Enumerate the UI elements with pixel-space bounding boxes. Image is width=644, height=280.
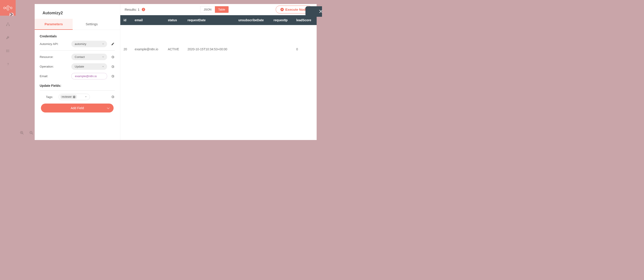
col-email: email [131, 15, 164, 25]
credentials-select[interactable]: automizy [71, 41, 107, 47]
view-switch: JSON Table [200, 6, 229, 13]
resource-label: Resource: [40, 55, 70, 58]
svg-point-1 [7, 6, 9, 8]
node-editor-modal: Automizy2 Parameters Settings Credential… [35, 4, 317, 140]
svg-line-18 [22, 133, 24, 134]
view-table-button[interactable]: Table [215, 6, 228, 13]
col-unsubscribeDate: unsubscribeDate [235, 15, 270, 25]
results-panel: Results: 1 i JSON Table Execute Node id … [120, 4, 317, 140]
app-sidebar: ? [0, 0, 16, 140]
view-json-button[interactable]: JSON [200, 6, 215, 13]
results-count-label: Results: 1 [125, 8, 140, 12]
info-icon[interactable]: i [142, 8, 145, 11]
executions-icon[interactable] [6, 49, 10, 54]
svg-point-14 [6, 51, 6, 51]
col-requestDate: requestDate [184, 15, 235, 25]
tab-settings[interactable]: Settings [73, 19, 111, 30]
tags-select[interactable]: reviewer ✕ [58, 94, 90, 100]
workflows-icon[interactable] [6, 22, 10, 27]
email-expression-input[interactable]: example@n8n.io [71, 73, 107, 80]
node-title: Automizy2 [35, 8, 120, 19]
cell-requestDate: 2020-10-15T10:34:53+00:00 [184, 25, 235, 58]
svg-rect-8 [6, 25, 7, 26]
cell-requestIp [270, 25, 293, 58]
operation-label: Operation: [40, 65, 70, 68]
tag-remove-button[interactable]: ✕ [73, 96, 75, 98]
email-label: Email: [40, 74, 70, 78]
svg-line-22 [32, 133, 33, 134]
cell-unsubscribeDate [235, 25, 270, 58]
col-requestIp: requestIp [270, 15, 293, 25]
update-fields-heading: Update Fields: [40, 84, 115, 88]
col-id: id [120, 15, 132, 25]
svg-text:?: ? [7, 62, 9, 66]
close-modal-button[interactable] [306, 6, 322, 17]
cell-id: 20 [120, 25, 132, 58]
email-options-button[interactable] [110, 74, 115, 78]
svg-line-5 [9, 6, 10, 8]
app-logo [0, 0, 16, 16]
cell-leadScore: 0 [293, 25, 317, 58]
edit-credentials-button[interactable] [110, 42, 115, 46]
operation-options-button[interactable] [110, 65, 115, 69]
svg-point-0 [4, 7, 5, 9]
help-icon[interactable]: ? [6, 62, 10, 66]
tags-label: Tags: [40, 95, 56, 99]
svg-point-3 [7, 8, 9, 10]
resource-select[interactable]: Contact [71, 54, 107, 60]
zoom-controls [19, 130, 34, 136]
tab-parameters[interactable]: Parameters [35, 19, 73, 30]
svg-point-15 [6, 52, 6, 52]
tag-pill: reviewer ✕ [60, 94, 77, 99]
play-icon [280, 8, 284, 11]
operation-select[interactable]: Update [71, 63, 107, 70]
zoom-in-button[interactable] [19, 130, 24, 136]
tag-pill-label: reviewer [62, 95, 72, 98]
table-row: 20 example@n8n.io ACTIVE 2020-10-15T10:3… [120, 25, 317, 58]
results-table: id email status requestDate unsubscribeD… [120, 15, 317, 58]
cell-status: ACTIVE [164, 25, 184, 58]
credentials-heading: Credentials [40, 34, 115, 38]
credentials-label: Automizy API: [40, 42, 70, 46]
col-status: status [164, 15, 184, 25]
tags-options-button[interactable] [110, 95, 115, 99]
svg-line-4 [5, 7, 7, 8]
add-field-button[interactable]: Add Field [41, 104, 114, 112]
svg-point-2 [10, 7, 12, 9]
resource-options-button[interactable] [110, 55, 115, 59]
svg-rect-7 [8, 22, 8, 24]
close-icon [318, 9, 322, 14]
node-tabs: Parameters Settings [35, 19, 120, 30]
zoom-out-button[interactable] [28, 130, 34, 136]
cell-email: example@n8n.io [131, 25, 164, 58]
n8n-logo-icon [3, 5, 12, 11]
sidebar-collapse-button[interactable] [10, 13, 14, 16]
svg-rect-9 [9, 25, 10, 26]
parameters-panel: Automizy2 Parameters Settings Credential… [35, 4, 120, 140]
credentials-icon[interactable] [6, 36, 10, 40]
execute-node-label: Execute Node [285, 8, 308, 12]
svg-line-6 [5, 8, 7, 9]
svg-point-13 [6, 50, 6, 50]
